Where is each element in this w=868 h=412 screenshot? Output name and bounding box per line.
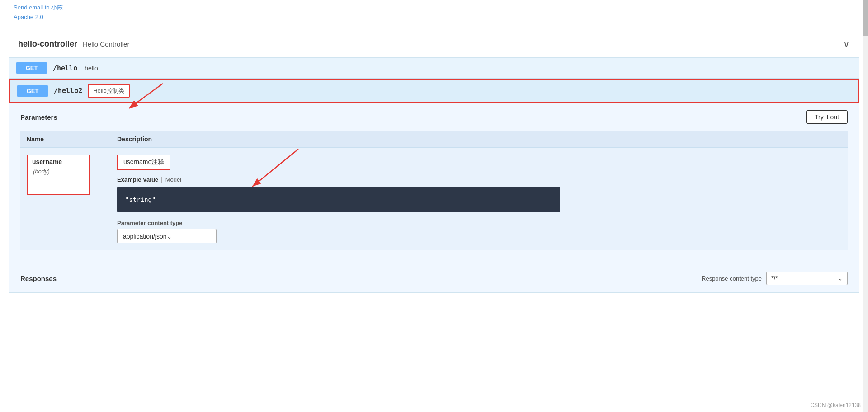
endpoint-description-badge: Hello控制类 <box>88 84 130 98</box>
content-type-label: Parameter content type <box>117 220 841 226</box>
parameters-section: Parameters Try it out Name Description <box>9 103 859 264</box>
parameters-table: Name Description username (body) <box>20 131 848 250</box>
controller-name: hello-controller <box>18 39 77 49</box>
endpoint-path-hello2: /hello2 <box>54 87 82 95</box>
response-content-type-chevron-icon: ⌄ <box>838 275 843 282</box>
parameters-header: Parameters Try it out <box>20 110 848 124</box>
method-badge-get2: GET <box>17 85 48 97</box>
responses-title: Responses <box>20 275 57 282</box>
param-row-username: username (body) username注释 Example Value… <box>20 148 848 250</box>
controller-section: hello-controller Hello Controller ∨ GET … <box>9 30 859 293</box>
apache-link[interactable]: Apache 2.0 <box>14 14 854 20</box>
method-badge-get: GET <box>16 62 47 74</box>
watermark: CSDN @kalen12138 <box>810 402 861 408</box>
model-tab[interactable]: Model <box>165 175 181 184</box>
response-content-type-area: Response content type */* ⌄ <box>702 272 848 285</box>
responses-section: Responses Response content type */* ⌄ <box>9 264 859 292</box>
collapse-icon[interactable]: ∨ <box>843 38 850 49</box>
endpoint-list: GET /hello hello GET /hello2 Hello控制类 Pa… <box>9 57 859 293</box>
controller-description: Hello Controller <box>83 40 129 48</box>
endpoint-expanded-section: GET /hello2 Hello控制类 Parameters Try it o… <box>9 79 859 292</box>
col-header-name: Name <box>20 131 111 148</box>
example-value-box: "string" <box>117 187 560 212</box>
parameters-title: Parameters <box>20 113 57 121</box>
send-email-link[interactable]: Send email to 小陈 <box>14 4 854 12</box>
example-tabs: Example Value | Model <box>117 175 841 184</box>
tab-divider: | <box>158 175 165 184</box>
endpoint-header-hello2[interactable]: GET /hello2 Hello控制类 <box>9 79 859 103</box>
response-content-type-label: Response content type <box>702 275 762 282</box>
response-content-type-select[interactable]: */* ⌄ <box>766 272 848 285</box>
content-type-value: application/json <box>123 233 167 240</box>
response-content-type-value: */* <box>771 275 778 282</box>
endpoint-row-hello[interactable]: GET /hello hello <box>9 58 859 79</box>
try-it-out-button[interactable]: Try it out <box>806 110 848 124</box>
endpoint-path-hello: /hello <box>53 64 77 72</box>
controller-header[interactable]: hello-controller Hello Controller ∨ <box>9 30 859 57</box>
controller-title: hello-controller Hello Controller <box>18 39 129 49</box>
endpoint-summary-hello: hello <box>85 65 98 72</box>
param-name-cell: username (body) <box>20 148 111 250</box>
content-type-chevron-icon: ⌄ <box>167 233 211 240</box>
param-name-username: username <box>32 158 85 165</box>
col-header-description: Description <box>111 131 848 148</box>
param-description-cell: username注释 Example Value | Model "string… <box>111 148 848 250</box>
content-type-select[interactable]: application/json ⌄ <box>117 229 217 243</box>
example-value-tab[interactable]: Example Value <box>117 175 158 184</box>
top-links-section: Send email to 小陈 Apache 2.0 <box>0 0 868 26</box>
param-location: (body) <box>32 168 85 175</box>
param-description-text: username注释 <box>117 154 170 170</box>
